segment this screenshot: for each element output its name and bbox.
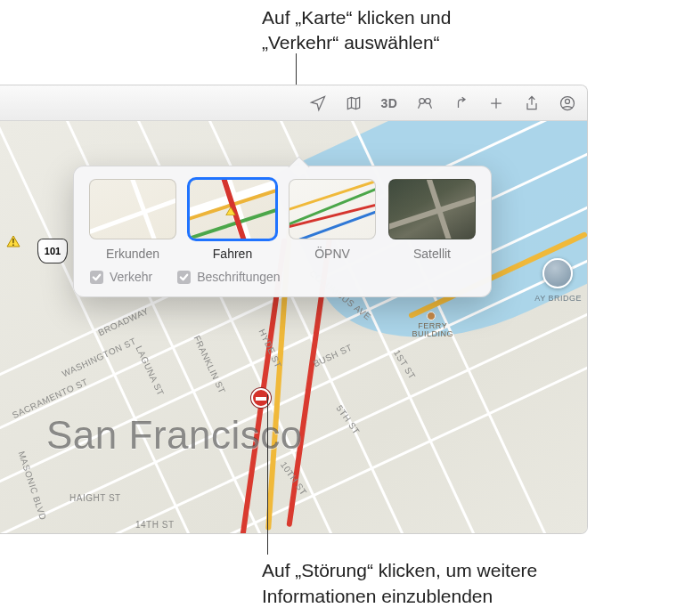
mode-transit-label: ÖPNV <box>314 247 350 261</box>
annotation-top-line1: Auf „Karte“ klicken und <box>262 7 451 28</box>
maps-window: 3D San Francisco 101 ! <box>0 85 588 534</box>
checkbox-icon <box>177 271 191 284</box>
labels-checkbox[interactable]: Beschriftungen <box>177 270 280 284</box>
account-button[interactable] <box>557 93 578 114</box>
3d-button[interactable]: 3D <box>379 93 400 114</box>
svg-point-1 <box>425 98 430 103</box>
mode-transit[interactable]: ÖPNV <box>288 179 377 261</box>
svg-marker-6 <box>226 207 236 215</box>
annotation-top: Auf „Karte“ klicken und „Verkehr“ auswäh… <box>262 5 600 56</box>
highway-101-label: 101 <box>45 246 61 256</box>
map-mode-popover: Erkunden Fahren ÖP <box>73 166 492 297</box>
street-fourteenth: 14TH ST <box>135 520 175 530</box>
mode-satellite-thumbnail <box>388 179 476 239</box>
highway-101-shield[interactable]: 101 <box>37 239 68 263</box>
traffic-checkbox[interactable]: Verkehr <box>90 270 152 284</box>
traffic-warning-icon <box>225 203 236 212</box>
lookaround-button[interactable] <box>414 93 436 114</box>
traffic-warning-icon[interactable]: ! <box>6 235 20 247</box>
map-canvas[interactable]: San Francisco 101 ! BROADWAY WASHINGTON … <box>0 121 587 533</box>
location-button[interactable] <box>307 93 329 114</box>
toolbar: 3D <box>0 85 587 121</box>
share-button[interactable] <box>521 93 542 114</box>
mode-drive[interactable]: Fahren <box>188 179 277 261</box>
annotation-leader-bottom <box>267 394 268 555</box>
bay-bridge-pin[interactable] <box>542 258 573 288</box>
mode-transit-thumbnail <box>289 179 376 239</box>
svg-point-3 <box>566 99 570 103</box>
directions-button[interactable] <box>450 93 471 114</box>
map-options-row: Verkehr Beschriftungen <box>83 261 482 288</box>
street-franklin: FRANKLIN ST <box>192 334 227 395</box>
traffic-checkbox-label: Verkehr <box>110 270 152 284</box>
mode-satellite[interactable]: Satellit <box>387 179 477 261</box>
svg-text:!: ! <box>12 238 14 247</box>
street-haight: HAIGHT ST <box>69 493 121 503</box>
mode-satellite-label: Satellit <box>413 247 451 261</box>
svg-point-0 <box>420 98 425 103</box>
checkbox-icon <box>90 271 103 284</box>
mode-explore[interactable]: Erkunden <box>88 179 177 261</box>
city-label: San Francisco <box>46 413 303 458</box>
mode-explore-label: Erkunden <box>106 247 159 261</box>
annotation-bottom-line1: Auf „Störung“ klicken, um weitere <box>262 560 537 580</box>
street-broadway: BROADWAY <box>97 306 151 338</box>
labels-checkbox-label: Beschriftungen <box>197 270 280 284</box>
bay-bridge-label: AY BRIDGE <box>534 294 582 303</box>
annotation-top-line2: „Verkehr“ auswählen“ <box>262 32 440 53</box>
add-button[interactable] <box>485 93 507 114</box>
mode-drive-label: Fahren <box>213 247 252 261</box>
ferry-building-label: FERRYBUILDING <box>412 322 453 339</box>
mode-drive-thumbnail <box>189 179 276 239</box>
map-mode-button[interactable] <box>343 93 364 114</box>
annotation-bottom: Auf „Störung“ klicken, um weitere Inform… <box>262 558 663 609</box>
mode-explore-thumbnail <box>89 179 176 239</box>
annotation-bottom-line2: Informationen einzublenden <box>262 586 493 606</box>
ferry-building-poi[interactable] <box>427 312 436 320</box>
map-mode-row: Erkunden Fahren ÖP <box>83 179 482 261</box>
